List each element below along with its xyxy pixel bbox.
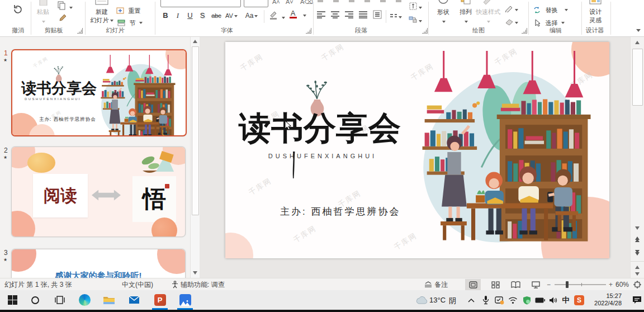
zoom-out-button[interactable]: − [547,278,551,291]
character-spacing-button[interactable]: AV [225,10,238,22]
powerpoint-app-icon[interactable]: P [153,293,167,307]
scroll-up-arrow-icon[interactable] [193,40,197,43]
slide-editing-area[interactable]: 千库网 千库网 千库网 千库网 千库网 千库网 千库网 千库网 千库网 千库网 … [199,36,630,278]
draw-pen-button[interactable] [505,4,518,15]
accessibility-status[interactable]: 辅助功能: 调查 [181,278,225,291]
weather-icon[interactable] [414,293,429,307]
font-size-combobox[interactable] [244,0,268,7]
fit-to-window-icon[interactable] [633,281,641,289]
library-illustration-mini [97,55,178,136]
format-painter-button[interactable] [59,13,68,24]
reset-button[interactable]: 重置 [116,5,140,15]
slide-sorter-view-button[interactable] [487,279,503,290]
slide-title[interactable]: 读书分享会 [233,107,406,150]
eraser-button[interactable] [505,17,518,27]
underline-button[interactable]: U [184,10,196,22]
zoom-in-button[interactable]: + [609,278,613,291]
sogou-input-tray-icon[interactable]: S [572,293,586,307]
collapse-ribbon-chevron-icon[interactable] [636,29,641,32]
watermark-text: 千库网 [247,176,274,197]
slide-title-pinyin[interactable]: DUSHUFENXIANGHUI [261,153,384,159]
weather-condition[interactable]: 阴 [449,296,456,306]
mail-app-icon[interactable] [127,293,141,307]
scroll-down-arrow-icon[interactable] [635,226,640,230]
justify-button[interactable] [358,11,368,21]
blue-mountain-app-icon[interactable] [178,293,192,307]
quick-styles-button[interactable]: 快速样式 [473,0,503,26]
wifi-tray-icon[interactable] [505,293,520,307]
tray-expand-button[interactable] [464,293,479,307]
clear-formatting-button[interactable]: A⌫ [300,0,313,6]
main-scrollbar[interactable] [630,36,644,278]
paragraph-top-row-cut [318,0,401,2]
replace-button[interactable]: 替换 [533,4,568,15]
screen-bottom-edge [0,310,644,312]
start-button[interactable] [5,293,20,307]
app-window-icon [495,296,504,305]
highlight-color-button[interactable] [268,10,285,22]
slide-subtitle[interactable]: 主办: 西柚哲学思辨协会 [280,205,400,218]
scrollbar-thumb[interactable] [632,49,643,106]
align-right-button[interactable] [344,11,354,21]
weather-temperature[interactable]: 13°C [429,296,446,304]
scroll-down-arrow-icon[interactable] [193,271,197,275]
thumbnail-panel-scrollbar[interactable] [190,36,200,278]
taskbar-clock[interactable]: 15:27 2022/4/28 [587,292,622,307]
edge-browser-icon[interactable] [77,293,92,307]
text-direction-button[interactable] [409,2,422,12]
next-slide-button[interactable] [635,250,640,256]
new-slide-button[interactable]: 新建 幻灯片 [88,0,115,25]
undo-button[interactable] [9,3,27,20]
file-explorer-icon[interactable] [102,293,116,307]
notes-scroll-up-icon[interactable] [635,266,640,269]
zoom-level[interactable]: 60% [615,278,629,291]
design-ideas-button[interactable]: 设计 灵感 [583,0,608,25]
columns-button[interactable] [390,12,402,22]
font-name-combobox[interactable] [160,0,241,7]
slide-thumbnail-2[interactable]: 阅读 悟 [11,146,186,237]
notes-toggle[interactable]: 备注 [424,278,448,291]
copy-button[interactable] [57,1,73,12]
zoom-slider-thumb[interactable] [566,281,569,288]
reading-view-button[interactable] [508,279,523,290]
slide-thumbnail-1[interactable]: 千库网 千库网 千库网 读书分享会 DUSHUFENXIANGHUI 主办: 西… [11,49,187,136]
font-dialog-launcher[interactable] [306,28,311,34]
notes-scroll-down-icon[interactable] [635,272,640,276]
language-indicator[interactable]: 中文(中国) [122,278,153,291]
paste-button[interactable]: 粘贴 [35,0,51,19]
decrease-font-size-button[interactable]: A˅ [286,0,293,5]
text-shadow-button[interactable]: S [197,10,208,22]
decor-blob [225,233,253,258]
increase-font-size-button[interactable]: A˄ [272,0,280,5]
scrollbar-thumb[interactable] [192,46,199,215]
align-center-button[interactable] [330,11,340,21]
line-spacing-button[interactable] [372,10,382,22]
slide-thumbnail-3[interactable]: 感谢大家的参与和聆听! [11,249,186,278]
ime-language-indicator[interactable]: 中 [558,293,573,307]
shapes-button[interactable]: 形状 [433,0,454,26]
microphone-tray-icon[interactable] [479,293,493,307]
scroll-up-arrow-icon[interactable] [635,41,640,44]
convert-smartart-button[interactable] [409,16,422,26]
zoom-slider-track[interactable] [555,284,606,285]
task-view-button[interactable] [53,293,67,307]
notification-center-button[interactable] [629,293,644,307]
paragraph-dialog-launcher[interactable] [422,28,428,34]
chevron-up-icon [468,298,475,302]
bold-button[interactable]: B [160,10,171,22]
align-left-button[interactable] [316,11,326,21]
sync-notification-tray-icon[interactable] [492,293,506,307]
italic-button[interactable]: I [172,10,183,22]
watermark-text: 千库网 [239,51,266,73]
font-color-button[interactable]: A [288,10,297,18]
slide-canvas[interactable]: 千库网 千库网 千库网 千库网 千库网 千库网 千库网 千库网 千库网 千库网 … [225,42,609,258]
normal-view-button[interactable] [465,279,481,290]
search-button[interactable] [28,293,42,307]
previous-slide-button[interactable] [635,237,640,242]
drawing-dialog-launcher[interactable] [522,28,527,34]
security-shield-tray-icon[interactable] [519,293,534,307]
clipboard-dialog-launcher[interactable] [77,28,83,34]
change-case-button[interactable]: Aa [245,10,258,22]
strikethrough-button[interactable]: abc [209,10,224,22]
slideshow-view-button[interactable] [528,279,543,290]
